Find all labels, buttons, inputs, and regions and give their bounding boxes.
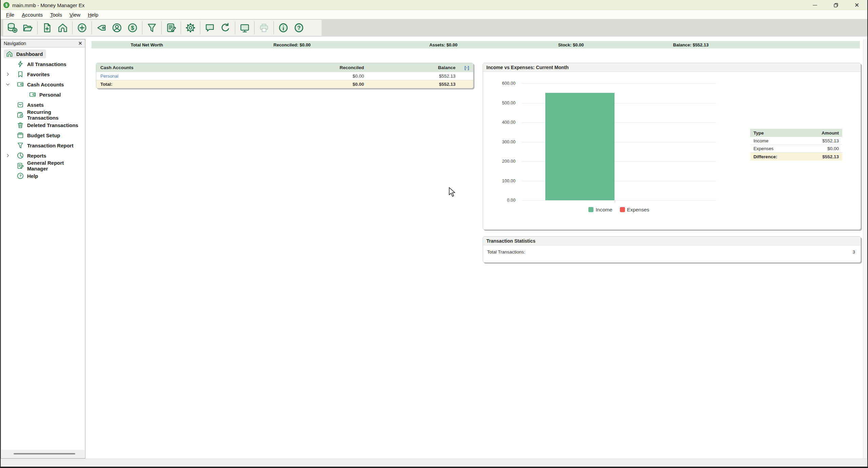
sidebar-item-budget-setup[interactable]: Budget Setup	[1, 130, 85, 140]
svg-text:?: ?	[19, 174, 22, 178]
sidebar-item-general-report-manager[interactable]: General Report Manager	[1, 161, 85, 171]
menu-accounts[interactable]: Accounts	[18, 11, 46, 19]
total-transactions-value: 3	[852, 249, 856, 255]
statusbar	[0, 459, 868, 467]
svg-text:$: $	[5, 3, 7, 7]
new-database-icon[interactable]	[4, 20, 20, 35]
total-transactions-row: Total Transactions: 3	[483, 249, 861, 255]
total-transactions-label: Total Transactions:	[487, 249, 525, 255]
sidebar-item-deleted-transactions[interactable]: Deleted Transactions	[1, 120, 85, 130]
toolbar-separator	[161, 21, 162, 34]
pie-chart-icon	[17, 152, 24, 159]
payees-icon[interactable]	[109, 20, 125, 35]
total-reconciled: $0.00	[252, 82, 364, 87]
window-controls: ✕	[804, 0, 867, 10]
collapse-link[interactable]: [-]	[456, 65, 469, 70]
settings-gear-icon[interactable]	[183, 20, 198, 35]
edit-report-icon[interactable]	[163, 20, 179, 35]
sidebar-item-label: Help	[27, 173, 38, 179]
legend-item-income: Income	[588, 207, 612, 212]
sidebar-item-personal[interactable]: Personal	[1, 89, 85, 100]
app-dollar-icon: $	[3, 2, 9, 8]
y-axis-tick-label: 600.00	[483, 81, 516, 86]
open-database-icon[interactable]	[20, 20, 36, 35]
new-transaction-icon[interactable]	[74, 20, 90, 35]
menu-help[interactable]: Help	[84, 11, 102, 19]
income-vs-expenses-title: Income vs Expenses: Current Month	[483, 63, 861, 72]
toolbar-separator	[72, 21, 73, 34]
trash-icon	[17, 121, 24, 129]
lightning-icon	[17, 60, 24, 68]
y-axis-tick-label: 300.00	[483, 139, 516, 144]
navigation-close-icon[interactable]: ✕	[78, 41, 82, 46]
sidebar-item-all-transactions[interactable]: All Transactions	[1, 59, 85, 69]
funnel-icon	[17, 142, 24, 149]
income-label: Income	[753, 138, 796, 143]
print-icon[interactable]	[256, 20, 272, 35]
y-axis-tick-label: 100.00	[483, 178, 516, 183]
home-icon[interactable]	[55, 20, 70, 35]
difference-label: Difference:	[753, 154, 796, 159]
sidebar-item-label: Budget Setup	[27, 133, 60, 138]
new-file-icon[interactable]	[39, 20, 55, 35]
content-vertical-scrollbar[interactable]	[863, 39, 867, 459]
toolbar-strip: $	[1, 19, 867, 37]
legend-swatch	[588, 207, 593, 212]
legend-label: Expenses	[627, 207, 649, 212]
sidebar-item-label: Dashboard	[16, 51, 43, 57]
income-amount: $552.13	[796, 138, 839, 143]
sidebar-item-help[interactable]: ?Help	[1, 171, 85, 181]
chevron-down-icon[interactable]	[5, 82, 10, 87]
window-edge	[0, 0, 1, 468]
sidebar-item-transaction-report[interactable]: Transaction Report	[1, 140, 85, 150]
sidebar-item-recurring-transactions[interactable]: Recurring Transactions	[1, 110, 85, 120]
money-manager-window: $ main.mmb - Money Manager Ex ✕ File Acc…	[0, 0, 868, 468]
column-balance: Balance	[364, 65, 456, 70]
navigation-horizontal-scrollbar[interactable]	[1, 450, 85, 458]
summary-stock: Stock: $0.00	[558, 42, 584, 47]
question-circle-icon: ?	[17, 172, 24, 180]
account-link-personal[interactable]: Personal	[100, 74, 252, 79]
filter-icon[interactable]	[144, 20, 160, 35]
personal-reconciled: $0.00	[252, 74, 364, 79]
minimize-button[interactable]	[804, 0, 825, 10]
sidebar-item-label: All Transactions	[27, 61, 66, 67]
menu-file[interactable]: File	[2, 11, 18, 19]
currency-icon[interactable]: $	[125, 20, 140, 35]
summary-balance: Balance: $552.13	[673, 42, 709, 47]
total-balance: $552.13	[364, 82, 456, 87]
svg-text:$: $	[131, 25, 134, 31]
menu-tools[interactable]: Tools	[46, 11, 66, 19]
close-icon: ✕	[854, 2, 859, 8]
sidebar-item-cash-accounts[interactable]: Cash Accounts	[1, 79, 85, 89]
navigation-title: Navigation	[4, 41, 26, 46]
refresh-icon[interactable]	[218, 20, 233, 35]
column-type: Type	[753, 130, 796, 136]
sidebar-item-dashboard[interactable]: Dashboard	[1, 49, 85, 59]
restore-icon	[834, 3, 838, 7]
legend-item-expenses: Expenses	[620, 207, 649, 212]
help-icon[interactable]: ?	[291, 20, 307, 35]
chevron-right-icon[interactable]	[5, 153, 10, 158]
categories-tag-icon[interactable]	[94, 20, 109, 35]
restore-button[interactable]	[825, 0, 846, 10]
sidebar-item-label: General Report Manager	[27, 160, 82, 171]
income-expense-table: Type Amount Income $552.13 Expenses $0.0…	[750, 129, 842, 161]
toolbar-separator	[274, 21, 274, 34]
scrollbar-thumb[interactable]	[14, 453, 75, 454]
fullscreen-monitor-icon[interactable]	[237, 20, 253, 35]
menu-view[interactable]: View	[66, 11, 84, 19]
sidebar-item-label: Cash Accounts	[27, 82, 64, 87]
calendar-icon	[17, 131, 24, 139]
cash-accounts-header-row: Cash Accounts Reconciled Balance [-]	[96, 63, 473, 72]
sidebar-item-favorites[interactable]: Favorites	[1, 69, 85, 79]
toolbar-separator	[181, 21, 181, 34]
close-button[interactable]: ✕	[846, 0, 867, 10]
chevron-right-icon[interactable]	[5, 72, 10, 77]
cash-accounts-title: Cash Accounts	[100, 65, 252, 70]
about-info-icon[interactable]	[276, 20, 291, 35]
feedback-bubble-icon[interactable]	[202, 20, 218, 35]
home-icon	[6, 50, 13, 58]
chart-legend: IncomeExpenses	[522, 207, 716, 212]
y-axis-tick-label: 500.00	[483, 100, 516, 105]
